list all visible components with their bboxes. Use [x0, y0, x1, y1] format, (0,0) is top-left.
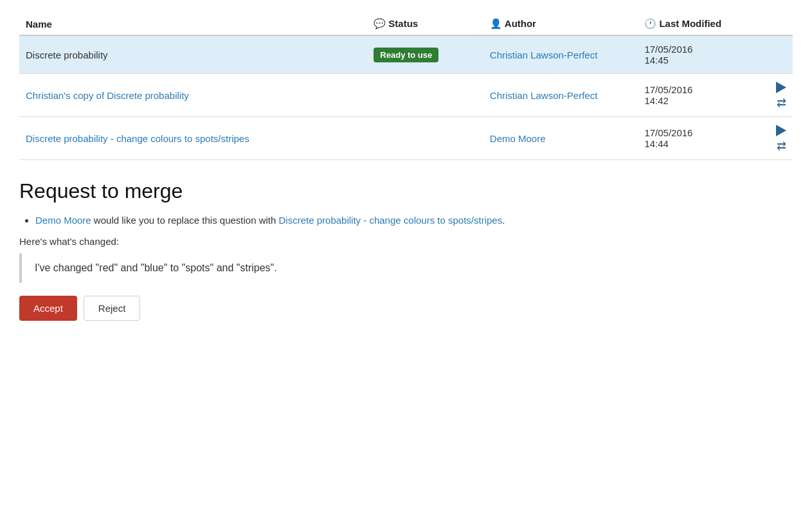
row-actions: ⇄ — [754, 74, 793, 117]
chat-icon: 💬 — [374, 18, 386, 29]
row-name-link[interactable]: Christian's copy of Discrete probability — [26, 90, 189, 101]
clock-icon: 🕐 — [644, 18, 656, 29]
action-buttons: Accept Reject — [19, 296, 793, 321]
col-status-label: Status — [388, 18, 418, 29]
row-datetime: 17/05/201614:44 — [638, 117, 753, 160]
row-status: Ready to use — [367, 35, 483, 74]
merge-icon[interactable]: ⇄ — [777, 140, 786, 152]
col-header-name: Name — [19, 13, 367, 35]
blockquote-text: I've changed "red" and "blue" to "spots"… — [35, 262, 277, 273]
col-header-actions — [754, 13, 793, 35]
merge-text2: . — [502, 215, 505, 226]
table-row: Discrete probabilityReady to useChristia… — [19, 35, 793, 74]
whats-changed-label: Here's what's changed: — [19, 236, 793, 247]
col-modified-label: Last Modified — [659, 18, 721, 29]
play-icon[interactable] — [776, 125, 786, 136]
row-author: Christian Lawson-Perfect — [483, 74, 638, 117]
col-header-author: 👤Author — [483, 13, 638, 35]
col-author-label: Author — [505, 18, 536, 29]
merge-list-item: Demo Moore would like you to replace thi… — [35, 213, 793, 228]
merge-title: Request to merge — [19, 179, 793, 203]
table-row: Discrete probability - change colours to… — [19, 117, 793, 160]
merge-icon[interactable]: ⇄ — [777, 97, 786, 109]
row-status — [367, 74, 483, 117]
row-author: Christian Lawson-Perfect — [483, 35, 638, 74]
person-icon: 👤 — [490, 18, 502, 29]
changes-blockquote: I've changed "red" and "blue" to "spots"… — [19, 253, 793, 283]
merge-request-list: Demo Moore would like you to replace thi… — [19, 213, 793, 228]
question-link[interactable]: Discrete probability - change colours to… — [279, 215, 503, 226]
row-actions: ⇄ — [754, 117, 793, 160]
row-actions — [754, 35, 793, 74]
requester-link[interactable]: Demo Moore — [35, 215, 91, 226]
row-name: Discrete probability — [26, 50, 108, 60]
col-header-modified: 🕐Last Modified — [638, 13, 753, 35]
row-datetime: 17/05/201614:45 — [638, 35, 753, 74]
status-badge: Ready to use — [374, 48, 438, 62]
row-author: Demo Moore — [483, 117, 638, 160]
merge-text1: would like you to replace this question … — [91, 215, 279, 226]
play-icon[interactable] — [776, 82, 786, 93]
col-header-status: 💬Status — [367, 13, 483, 35]
table-row: Christian's copy of Discrete probability… — [19, 74, 793, 117]
merge-section: Request to merge Demo Moore would like y… — [19, 179, 793, 321]
row-datetime: 17/05/201614:42 — [638, 74, 753, 117]
accept-button[interactable]: Accept — [19, 296, 77, 321]
row-status — [367, 117, 483, 160]
col-name-label: Name — [26, 19, 52, 30]
reject-button[interactable]: Reject — [84, 296, 141, 321]
row-name-link[interactable]: Discrete probability - change colours to… — [26, 133, 249, 144]
questions-table: Name 💬Status 👤Author 🕐Last Modified Disc… — [19, 13, 793, 160]
